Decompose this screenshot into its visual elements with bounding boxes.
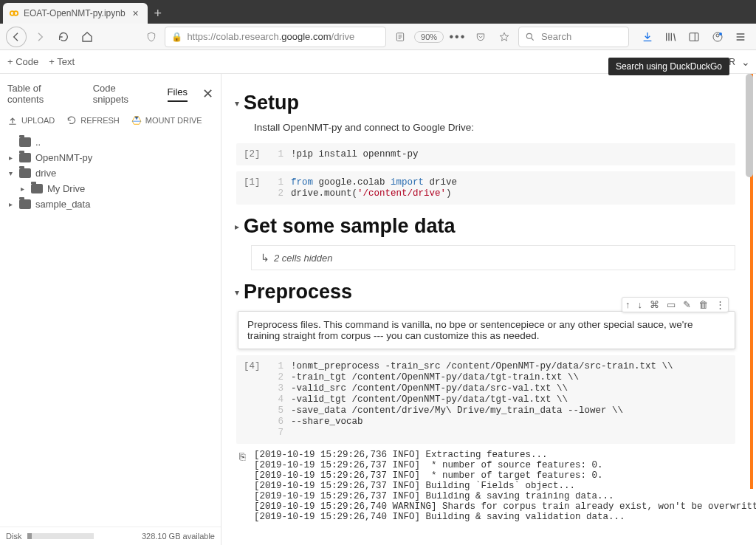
tab-close-icon[interactable]: ×	[130, 7, 142, 19]
sidebar-toggle-button[interactable]	[684, 27, 704, 47]
page-actions-button[interactable]: •••	[448, 27, 467, 47]
refresh-icon	[66, 115, 77, 126]
upload-button[interactable]: UPLOAD	[7, 115, 55, 126]
lock-icon: 🔒	[171, 32, 182, 42]
tree-opennmt[interactable]: ▸OpenNMT-py	[4, 150, 216, 165]
tab-toc[interactable]: Table of contents	[7, 83, 78, 105]
main-scrollbar[interactable]	[746, 74, 753, 545]
svg-point-6	[716, 34, 719, 37]
tab-strip: EOAT-OpenNMT-py.ipynb × +	[0, 0, 756, 24]
disk-usage-bar	[27, 533, 94, 539]
sidebar: Table of contents Code snippets Files ✕ …	[0, 74, 221, 545]
arrow-left-icon	[10, 31, 22, 43]
mount-drive-button[interactable]: MOUNT DRIVE	[131, 115, 202, 126]
reader-icon	[395, 32, 405, 42]
new-tab-button[interactable]: +	[148, 3, 168, 24]
refresh-button[interactable]: REFRESH	[66, 115, 120, 126]
sidebar-icon	[688, 31, 700, 43]
site-identity-button[interactable]	[142, 27, 161, 47]
library-button[interactable]	[662, 27, 681, 47]
chevron-right-icon[interactable]: ▸	[18, 185, 27, 193]
chevron-down-icon[interactable]: ▾	[6, 169, 15, 177]
comment-button[interactable]: ▭	[667, 299, 676, 310]
search-tooltip: Search using DuckDuckGo	[608, 58, 729, 75]
search-placeholder: Search	[541, 31, 571, 42]
nav-toolbar: 🔒 https://colab.research.google.com/driv…	[0, 24, 756, 50]
home-icon	[81, 31, 93, 43]
link-button[interactable]: ⌘	[650, 299, 659, 310]
sampledata-heading: Get some sample data	[244, 215, 456, 238]
browser-search-box[interactable]: Search	[518, 27, 629, 47]
output-toggle-icon[interactable]: ⎘	[239, 450, 245, 522]
svg-point-7	[719, 32, 722, 35]
account-icon	[712, 31, 724, 43]
tree-up[interactable]: ..	[4, 134, 216, 150]
collapse-toggle-icon[interactable]: ▸	[235, 222, 239, 232]
folder-icon	[19, 199, 31, 209]
hidden-cells-notice[interactable]: ↳ 2 cells hidden	[251, 245, 735, 270]
add-text-button[interactable]: + Text	[49, 56, 75, 67]
chevron-right-icon[interactable]: ▸	[6, 200, 15, 208]
section-setup[interactable]: ▾ Setup	[235, 92, 735, 114]
library-icon	[664, 31, 676, 43]
svg-point-1	[13, 11, 18, 16]
disk-status: Disk 328.10 GB available	[0, 527, 221, 545]
corner-arrow-icon: ↳	[261, 252, 269, 264]
cell-toolbar: ↑ ↓ ⌘ ▭ ✎ 🗑 ⋮	[622, 297, 729, 312]
notebook-main[interactable]: ▾ Setup Install OpenNMT-py and connect t…	[221, 74, 756, 545]
back-button[interactable]	[6, 27, 27, 47]
reload-button[interactable]	[54, 27, 73, 47]
move-down-button[interactable]: ↓	[638, 299, 643, 310]
svg-rect-4	[690, 32, 698, 41]
url-bar[interactable]: 🔒 https://colab.research.google.com/driv…	[165, 27, 386, 47]
reader-mode-button[interactable]	[391, 27, 410, 47]
preprocess-heading: Preprocess	[244, 281, 352, 304]
folder-icon	[19, 153, 31, 162]
browser-tab[interactable]: EOAT-OpenNMT-py.ipynb ×	[3, 3, 148, 24]
collapse-toggle-icon[interactable]: ▾	[235, 287, 239, 298]
upload-icon	[7, 115, 18, 126]
chevron-right-icon[interactable]: ▸	[6, 154, 15, 162]
star-icon	[499, 32, 509, 42]
collapse-toggle-icon[interactable]: ▾	[235, 98, 239, 109]
move-up-button[interactable]: ↑	[625, 299, 630, 310]
menu-button[interactable]	[731, 27, 750, 47]
sidebar-close-icon[interactable]: ✕	[202, 86, 213, 102]
cell-output: ⎘ [2019-10-19 15:29:26,736 INFO] Extract…	[239, 450, 735, 522]
markdown-cell-preprocess[interactable]: ↑ ↓ ⌘ ▭ ✎ 🗑 ⋮ Preprocess files. This com…	[238, 311, 735, 349]
connected-label: R	[729, 57, 735, 67]
tab-title: EOAT-OpenNMT-py.ipynb	[24, 8, 126, 18]
home-button[interactable]	[78, 27, 97, 47]
tree-drive[interactable]: ▾drive	[4, 165, 216, 181]
zoom-indicator[interactable]: 90%	[414, 31, 444, 43]
drive-icon	[131, 115, 142, 126]
add-code-button[interactable]: + Code	[7, 56, 38, 67]
setup-paragraph: Install OpenNMT-py and connect to Google…	[254, 122, 735, 133]
section-sampledata[interactable]: ▸ Get some sample data	[235, 215, 735, 238]
tab-files[interactable]: Files	[168, 86, 188, 102]
url-text: https://colab.research.google.com/drive	[187, 31, 354, 42]
code-cell-4[interactable]: [4] 1!onmt_preprocess -train_src /conten…	[236, 355, 735, 444]
tab-snippets[interactable]: Code snippets	[93, 83, 153, 105]
account-button[interactable]	[708, 27, 727, 47]
file-tree: .. ▸OpenNMT-py ▾drive ▸My Drive ▸sample_…	[0, 133, 221, 213]
downloads-button[interactable]	[638, 27, 657, 47]
code-cell-2[interactable]: [2] 1!pip install opennmt-py	[236, 143, 735, 165]
forward-button[interactable]	[31, 27, 50, 47]
arrow-right-icon	[34, 31, 46, 43]
colab-favicon-icon	[9, 8, 19, 18]
download-icon	[642, 31, 653, 43]
search-icon	[525, 32, 535, 42]
setup-heading: Setup	[244, 92, 299, 114]
bookmark-button[interactable]	[495, 27, 514, 47]
delete-button[interactable]: 🗑	[698, 299, 708, 310]
tree-sampledata[interactable]: ▸sample_data	[4, 196, 216, 212]
hamburger-icon	[735, 31, 746, 43]
tree-mydrive[interactable]: ▸My Drive	[4, 181, 216, 196]
more-button[interactable]: ⋮	[715, 299, 725, 310]
svg-point-3	[526, 33, 532, 38]
code-cell-1[interactable]: [1] 1from google.colab import drive 2dri…	[236, 171, 735, 205]
edit-button[interactable]: ✎	[683, 299, 691, 310]
session-menu-button[interactable]: ⌄	[741, 56, 750, 68]
pocket-button[interactable]	[472, 27, 491, 47]
